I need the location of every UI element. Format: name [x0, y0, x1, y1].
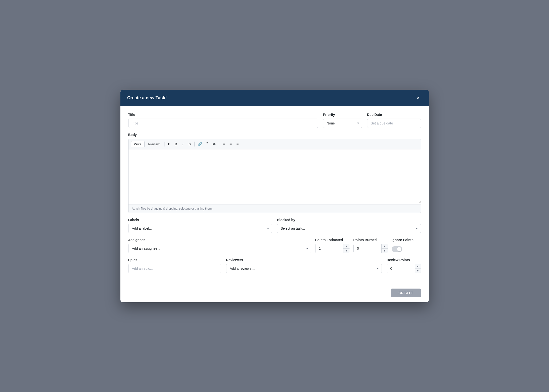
- labels-label: Labels: [128, 218, 272, 222]
- assignees-select[interactable]: Add an assignee...: [128, 244, 311, 253]
- points-burned-wrapper: ▲ ▼: [353, 244, 388, 253]
- reviewers-label: Reviewers: [226, 258, 382, 262]
- editor-toolbar: Write Preview H B I S: [128, 139, 421, 149]
- blocked-by-select[interactable]: Select an task...: [277, 224, 421, 233]
- points-burned-down[interactable]: ▼: [382, 249, 388, 253]
- close-button[interactable]: ×: [415, 94, 422, 101]
- create-task-modal: Create a new Task! × Title Priority None…: [120, 90, 429, 302]
- due-date-input[interactable]: [367, 119, 421, 128]
- epics-reviewers-row: Epics Reviewers Add a reviewer... Review…: [128, 258, 421, 273]
- blocked-by-select-wrapper: Select an task...: [277, 224, 421, 233]
- assignees-select-wrapper: Add an assignee...: [128, 244, 311, 253]
- italic-button[interactable]: I: [180, 141, 186, 147]
- points-estimated-label: Points Estimated: [315, 238, 350, 242]
- ignore-points-toggle-wrapper: [392, 246, 421, 252]
- points-burned-label: Points Burned: [353, 238, 388, 242]
- ignore-points-group: Ignore Points: [392, 238, 421, 252]
- title-input[interactable]: [128, 119, 318, 128]
- epics-group: Epics: [128, 258, 221, 273]
- modal-body: Title Priority None Low Medium High Urge…: [120, 106, 429, 283]
- heading-button[interactable]: H: [166, 141, 172, 147]
- points-estimated-wrapper: ▲ ▼: [315, 244, 350, 253]
- priority-group: Priority None Low Medium High Urgent: [323, 113, 362, 128]
- priority-select-wrapper: None Low Medium High Urgent: [323, 119, 362, 128]
- due-date-group: Due Date: [367, 113, 421, 128]
- epics-label: Epics: [128, 258, 221, 262]
- bold-icon: B: [175, 142, 177, 146]
- points-estimated-down[interactable]: ▼: [343, 249, 350, 253]
- labels-blocked-row: Labels Add a label... Blocked by Select …: [128, 218, 421, 233]
- toolbar-separator-2: [194, 142, 195, 146]
- toolbar-separator-1: [164, 142, 164, 146]
- points-burned-spinners: ▲ ▼: [381, 244, 388, 253]
- title-row: Title Priority None Low Medium High Urge…: [128, 113, 421, 128]
- review-points-spinners: ▲ ▼: [415, 264, 421, 273]
- labels-select-wrapper: Add a label...: [128, 224, 272, 233]
- write-tab[interactable]: Write: [131, 141, 145, 147]
- points-estimated-group: Points Estimated ▲ ▼: [315, 238, 350, 253]
- code-button[interactable]: <>: [211, 141, 217, 147]
- strikethrough-icon: S: [189, 142, 191, 146]
- bold-button[interactable]: B: [173, 141, 179, 147]
- task-list-icon: ≡: [236, 142, 239, 146]
- file-attach-hint: Attach files by dragging & dropping, sel…: [128, 204, 421, 213]
- points-estimated-spinners: ▲ ▼: [343, 244, 350, 253]
- modal-header: Create a new Task! ×: [120, 90, 429, 106]
- preview-tab[interactable]: Preview: [145, 141, 163, 147]
- link-button[interactable]: 🔗: [196, 141, 204, 147]
- ignore-points-toggle[interactable]: [392, 246, 402, 252]
- assignees-label: Assignees: [128, 238, 311, 242]
- task-list-button[interactable]: ≡: [234, 141, 241, 147]
- unordered-list-button[interactable]: ≡: [221, 141, 227, 147]
- ignore-points-label: Ignore Points: [392, 238, 421, 242]
- body-editor[interactable]: [128, 149, 421, 203]
- title-group: Title: [128, 113, 318, 128]
- priority-label: Priority: [323, 113, 362, 117]
- modal-title: Create a new Task!: [127, 95, 167, 101]
- review-points-up[interactable]: ▲: [415, 264, 421, 269]
- editor-container: Write Preview H B I S: [128, 139, 421, 213]
- blocked-by-label: Blocked by: [277, 218, 421, 222]
- labels-select[interactable]: Add a label...: [128, 224, 272, 233]
- heading-icon: H: [168, 142, 170, 146]
- review-points-label: Review Points: [387, 258, 421, 262]
- quote-button[interactable]: ": [204, 141, 210, 147]
- ordered-list-button[interactable]: ≡: [227, 141, 234, 147]
- points-burned-up[interactable]: ▲: [382, 244, 388, 249]
- modal-overlay: Create a new Task! × Title Priority None…: [120, 90, 429, 302]
- points-burned-group: Points Burned ▲ ▼: [353, 238, 388, 253]
- assignees-row: Assignees Add an assignee... Points Esti…: [128, 238, 421, 253]
- quote-icon: ": [206, 142, 208, 146]
- create-button[interactable]: CREATE: [391, 289, 421, 297]
- assignees-group: Assignees Add an assignee...: [128, 238, 311, 253]
- toolbar-separator-3: [219, 142, 219, 146]
- review-points-down[interactable]: ▼: [415, 269, 421, 273]
- reviewers-group: Reviewers Add a reviewer...: [226, 258, 382, 273]
- title-label: Title: [128, 113, 318, 117]
- points-estimated-up[interactable]: ▲: [343, 244, 350, 249]
- due-date-label: Due Date: [367, 113, 421, 117]
- reviewers-select[interactable]: Add a reviewer...: [226, 264, 382, 273]
- strikethrough-button[interactable]: S: [187, 141, 193, 147]
- reviewers-select-wrapper: Add a reviewer...: [226, 264, 382, 273]
- code-icon: <>: [212, 142, 216, 146]
- unordered-list-icon: ≡: [223, 142, 225, 146]
- link-icon: 🔗: [198, 142, 202, 146]
- ordered-list-icon: ≡: [230, 142, 232, 146]
- italic-icon: I: [182, 142, 183, 146]
- review-points-group: Review Points ▲ ▼: [387, 258, 421, 273]
- labels-group: Labels Add a label...: [128, 218, 272, 233]
- modal-footer: CREATE: [120, 285, 429, 302]
- priority-select[interactable]: None Low Medium High Urgent: [323, 119, 362, 128]
- review-points-wrapper: ▲ ▼: [387, 264, 421, 273]
- epics-input[interactable]: [128, 264, 221, 273]
- body-section: Body Write Preview H B I: [128, 133, 421, 213]
- body-label: Body: [128, 133, 421, 137]
- blocked-by-group: Blocked by Select an task...: [277, 218, 421, 233]
